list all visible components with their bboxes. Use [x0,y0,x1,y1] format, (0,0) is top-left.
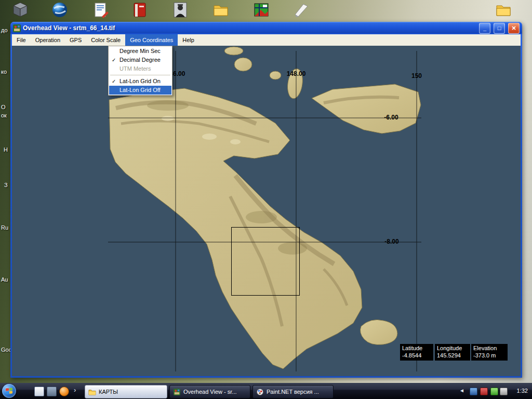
display-tray-icon[interactable] [470,388,477,395]
desktop-icon-label[interactable]: до [1,27,8,33]
window-titlebar[interactable]: Overhead View - srtm_66_14.tif _ □ ✕ [10,22,522,34]
quicklaunch-document-icon[interactable] [34,387,44,396]
menu-operation[interactable]: Operation [31,34,65,46]
desktop: до ко О ок Н З Ru Au Goc Overhead View -… [0,0,532,399]
tray-expand-icon[interactable]: ◄ [459,388,464,393]
taskbar-button-overhead-view[interactable]: Overhead View - sr... [169,385,250,398]
tool-app-icon[interactable] [292,1,310,19]
quicklaunch-media-icon[interactable] [59,387,69,396]
menu-item-latlon-grid-off[interactable]: Lat-Lon Grid Off [109,86,171,95]
paintnet-icon [256,389,264,395]
taskbar: › КАРТЫ Overhead View - sr... Paint.NET … [0,383,532,399]
google-earth-icon[interactable] [51,1,69,19]
desktop-icon-label[interactable]: Н [4,147,8,153]
map-app-icon[interactable] [252,1,270,19]
quicklaunch-mail-icon[interactable] [47,387,57,396]
terrain-map [12,46,521,376]
checkmark-icon: ✓ [112,77,116,86]
grid-label-lat-8: -8.00 [384,238,398,245]
update-tray-icon[interactable] [490,388,498,395]
security-tray-icon[interactable] [480,388,488,395]
geo-coordinates-menu: Degree Min Sec ✓ Decimal Degree UTM Mete… [108,46,172,96]
menu-bar: File Operation GPS Color Scale Geo Coord… [12,34,521,46]
menu-separator [110,75,170,75]
selection-rectangle[interactable] [231,227,300,296]
cube-app-icon[interactable] [11,1,29,19]
app-window: Overhead View - srtm_66_14.tif _ □ ✕ Fil… [10,22,522,378]
menu-item-decimal-degree[interactable]: ✓ Decimal Degree [109,56,171,64]
menu-geo-coordinates[interactable]: Geo Coordinates [125,34,178,46]
map-viewport[interactable]: 146.00 148.00 150 -6.00 -8.00 Latitude-4… [12,46,521,376]
taskbar-button-paintnet[interactable]: Paint.NET версия ... [252,385,334,398]
desktop-icon-label[interactable]: ок [1,112,7,118]
menu-item-utm-meters: UTM Meters [109,64,171,73]
menu-color-scale[interactable]: Color Scale [86,34,125,46]
menu-file[interactable]: File [12,34,31,46]
desktop-icon-label[interactable]: Au [1,276,8,283]
menu-gps[interactable]: GPS [65,34,86,46]
minimize-button[interactable]: _ [479,23,490,34]
document-app-icon[interactable] [91,1,109,19]
desktop-icon-label[interactable]: О [1,104,6,110]
grid-label-lon-148: 148.00 [287,70,306,77]
windows-flag-icon [6,388,12,394]
app-icon [173,389,181,395]
menu-item-latlon-grid-on[interactable]: ✓ Lat-Lon Grid On [109,77,171,86]
red-book-icon[interactable] [131,1,149,19]
folder-icon [88,389,96,395]
grid-label-lat-6: -6.00 [384,114,398,121]
window-title: Overhead View - srtm_66_14.tif [23,24,476,32]
close-button[interactable]: ✕ [508,23,520,34]
checkmark-icon: ✓ [112,56,116,64]
start-button[interactable] [2,384,16,398]
folder-icon[interactable] [212,1,230,19]
longitude-readout: Longitude145.5294 [435,344,470,361]
taskbar-button-karty[interactable]: КАРТЫ [85,385,167,398]
app-icon [13,24,21,32]
menu-item-degree-min-sec[interactable]: Degree Min Sec [109,47,171,56]
latitude-readout: Latitude-4.8544 [400,344,433,361]
desktop-icon-label[interactable]: ко [1,69,7,75]
person-photo-icon[interactable] [171,1,189,19]
menu-help[interactable]: Help [178,34,199,46]
desktop-icon-label[interactable]: Ru [1,224,8,231]
taskbar-clock[interactable]: 1:32 [517,383,528,399]
desktop-icon-label[interactable]: З [4,182,8,188]
folder-icon[interactable] [495,1,512,19]
volume-tray-icon[interactable] [500,388,508,395]
elevation-readout: Elevation-373.0 m [471,344,508,361]
grid-label-lon-150: 150 [411,72,422,79]
maximize-button[interactable]: □ [494,23,505,34]
quicklaunch-chevron-icon[interactable]: › [74,386,76,394]
